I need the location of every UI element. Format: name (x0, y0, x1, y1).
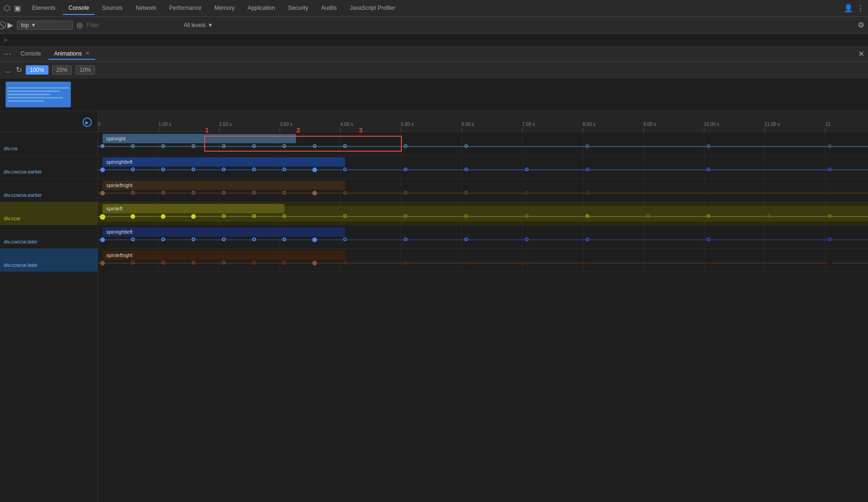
console-toolbar: ⃠ ▶ top ▼ ◎ All levels ▼ ⚙ (0, 17, 868, 34)
user-icon: 👤 (844, 4, 853, 13)
grid-4 (340, 132, 341, 155)
tickline-12 (825, 128, 826, 132)
anim-label-spinleft: spinleft (106, 206, 123, 211)
tickline-7 (522, 128, 523, 132)
preview-line-2 (7, 91, 60, 92)
track-row-div-ccwcw-later[interactable]: spinleftright (98, 249, 868, 272)
kf-cw-12 (707, 144, 710, 148)
label-div-ccwcw-later: div.ccwcw.later (4, 262, 38, 268)
speed-10-button[interactable]: 10% (76, 65, 95, 75)
label-row-div-ccwcw-later[interactable]: div.ccwcw.later (0, 249, 97, 272)
context-value: top (21, 22, 29, 28)
tick-10s: 10.00 s (704, 122, 719, 127)
pause-icon[interactable]: ⎵ (6, 66, 10, 74)
track-row-div-cwccw-earlier[interactable]: spinrightleft (98, 155, 868, 179)
label-div-cwccw-earlier: div.cwccw.earlier (4, 169, 42, 174)
levels-label: All levels (184, 22, 206, 28)
tickline-6 (462, 128, 462, 132)
grid-9 (643, 132, 644, 155)
tab-console[interactable]: Console (63, 2, 95, 15)
console-chevron-icon: > (4, 36, 7, 43)
label-div-cwccw-later: div.cwccw.later (4, 239, 38, 244)
anim-label-spinleftright-later: spinleftright (106, 252, 132, 258)
time-ruler: 0 1.00 s 2.00 s 3.00 s 4.00 s 5.00 s 6.0… (98, 111, 868, 132)
tick-11s: 11.00 s (765, 122, 780, 127)
label-row-div-cw[interactable]: div.cw (0, 132, 97, 155)
tickline-10 (704, 128, 704, 132)
label-row-div-ccwcw-earlier[interactable]: div.ccwcw.earlier (0, 179, 97, 202)
caret-icon: ▼ (31, 22, 36, 28)
tab-console-drawer[interactable]: Console (15, 49, 47, 60)
tracks-area: spinright 1 2 3 (98, 132, 868, 272)
tickline-5 (401, 128, 401, 132)
tick-4s: 4.00 s (340, 122, 353, 127)
levels-caret-icon: ▼ (207, 22, 213, 28)
close-panel-icon[interactable]: ✕ (858, 49, 864, 58)
tickline-11 (765, 128, 765, 132)
tab-performance[interactable]: Performance (164, 2, 207, 15)
speed-25-button[interactable]: 25% (52, 65, 72, 75)
playhead-button[interactable]: ▶ (83, 118, 92, 127)
tick-6s: 6.00 s (462, 122, 474, 127)
settings-gear-icon[interactable]: ⚙ (858, 21, 864, 29)
tickline-4 (340, 128, 341, 132)
tab-memory[interactable]: Memory (209, 2, 240, 15)
animation-preview-block[interactable] (6, 82, 71, 107)
grid-6 (462, 132, 462, 155)
tab-security[interactable]: Security (282, 2, 314, 15)
tab-sources[interactable]: Sources (96, 2, 128, 15)
header-spacer: ▶ (0, 111, 97, 132)
tab-js-profiler[interactable]: JavaScript Profiler (344, 2, 401, 15)
track-row-div-ccwcw-earlier[interactable]: spinleftright (98, 179, 868, 202)
kf-cw-13 (828, 144, 832, 148)
console-input-line: > (0, 34, 868, 47)
more-menu-icon[interactable]: ⋮ (857, 4, 864, 13)
preview-lines (7, 87, 69, 102)
label-row-div-cwccw-earlier[interactable]: div.cwccw.earlier (0, 155, 97, 179)
tick-5s: 5.00 s (401, 122, 413, 127)
tab-network[interactable]: Network (130, 2, 162, 15)
track-row-div-ccw[interactable]: spinleft (98, 202, 868, 225)
tick-3s: 3.00 s (280, 122, 292, 127)
label-row-div-ccw[interactable]: div.ccw (0, 202, 97, 225)
anim-bar-spinleftright-earlier[interactable]: spinleftright (103, 181, 345, 190)
labels-column: ▶ div.cw div.cwccw.earlier div.ccwcw.ear… (0, 111, 98, 502)
timeline-content: 0 1.00 s 2.00 s 3.00 s 4.00 s 5.00 s 6.0… (98, 111, 868, 502)
tab-audits[interactable]: Audits (316, 2, 342, 15)
tab-elements[interactable]: Elements (27, 2, 61, 15)
anim-bar-spinrightleft-later[interactable]: spinrightleft (103, 227, 345, 237)
label-row-div-cwccw-later[interactable]: div.cwccw.later (0, 225, 97, 249)
anim-bar-spinleft[interactable]: spinleft (103, 204, 284, 213)
tick-12s: 12. (825, 122, 832, 127)
tab-application[interactable]: Application (242, 2, 281, 15)
track-row-div-cw[interactable]: spinright 1 2 3 (98, 132, 868, 155)
track-row-div-cwccw-later[interactable]: spinrightleft (98, 225, 868, 249)
kf-cw-3 (192, 144, 195, 148)
anim-bar-spinright[interactable]: spinright (103, 134, 296, 143)
tickline-2 (219, 128, 220, 132)
kf-cw-6 (282, 144, 286, 148)
cursor-icon[interactable]: ⬡ (4, 4, 10, 13)
play-icon[interactable]: ▶ (7, 21, 13, 29)
kf-cw-1 (131, 144, 135, 148)
context-selector[interactable]: top ▼ (17, 21, 73, 30)
tickline-9 (643, 128, 644, 132)
anim-bar-spinleftright-later[interactable]: spinleftright (103, 251, 345, 260)
tick-8s: 8.00 s (583, 122, 595, 127)
animation-preview-area (0, 78, 868, 111)
animation-controls-row: ⎵ ↻ 100% 25% 10% (0, 62, 868, 78)
more-tabs-icon[interactable]: ⋯ (4, 49, 11, 58)
tab-animations-close-icon[interactable]: ✕ (85, 50, 90, 56)
kf-cw-2 (161, 144, 165, 148)
anim-bar-spinrightleft-earlier[interactable]: spinrightleft (103, 157, 345, 167)
speed-100-button[interactable]: 100% (26, 65, 48, 75)
replay-icon[interactable]: ↻ (16, 65, 22, 74)
eye-icon[interactable]: ◎ (76, 21, 83, 29)
label-div-ccwcw-earlier: div.ccwcw.earlier (4, 192, 42, 198)
tab-animations[interactable]: Animations ✕ (48, 49, 95, 60)
tickline-8 (583, 128, 583, 132)
mobile-icon[interactable]: ▣ (14, 4, 21, 13)
levels-dropdown[interactable]: All levels ▼ (184, 22, 213, 28)
filter-input[interactable] (87, 22, 180, 28)
anim-label-spinright: spinright (106, 136, 126, 141)
